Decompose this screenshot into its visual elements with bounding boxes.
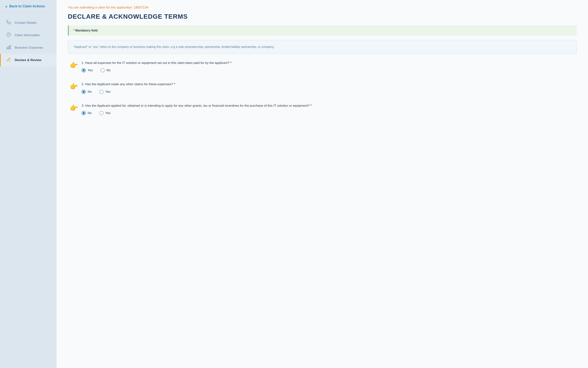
hand-pointer-icon-3: 👉 [70,104,78,112]
question-1-no-label: No [107,68,111,72]
question-2-no-label: No [88,90,92,94]
question-1-no-option[interactable]: No [100,68,111,72]
question-1-text: 1. Have all expenses for the IT solution… [81,61,577,65]
question-3-radio-group: No Yes [81,111,577,115]
chevron-left-icon: « [5,4,7,9]
question-2-no-option[interactable]: No [81,90,92,94]
page-title: DECLARE & ACKNOWLEDGE TERMS [68,13,577,20]
sidebar-item-declare-review[interactable]: Declare & Review [0,54,56,66]
question-3-yes-label: Yes [105,111,111,115]
question-1-no-radio[interactable] [100,68,105,72]
question-1-block: 👉 1. Have all expenses for the IT soluti… [70,61,577,73]
mandatory-field-box: * Mandatory field [68,26,577,36]
question-1-required: * [230,61,232,65]
info-box: “Applicant” or “you” refers to the compa… [68,40,577,54]
hand-pointer-icon-1: 👉 [70,61,78,69]
mandatory-label: Mandatory field [75,29,98,32]
svg-rect-2 [8,46,9,49]
application-notice: You are submitting a claim for this appl… [68,6,577,9]
main-content: You are submitting a claim for this appl… [56,0,588,368]
question-2-block: 👉 2. Has the Applicant made any other cl… [70,82,577,94]
sidebar-item-contact-details[interactable]: Contact Details [0,17,56,29]
question-3-block: 👉 3. Has the Applicant applied for, obta… [70,103,577,115]
question-3-yes-option[interactable]: Yes [99,111,111,115]
question-3-label: Has the Applicant applied for, obtained … [85,104,310,108]
sidebar-item-contact-details-label: Contact Details [15,21,36,25]
sidebar-item-claim-information-label: Claim Information [15,33,40,37]
question-1-label: Have all expenses for the IT solution or… [85,61,230,65]
question-1-yes-option[interactable]: Yes [81,68,93,72]
question-3-no-option[interactable]: No [81,111,92,115]
sidebar-item-claim-information[interactable]: Claim Information [0,29,56,41]
question-2-yes-option[interactable]: Yes [99,90,111,94]
mandatory-asterisk: * [73,29,75,32]
piggy-icon [6,32,11,38]
sidebar-item-business-outcomes[interactable]: Business Outcomes [0,41,56,54]
question-1-radio-group: Yes No [81,68,577,72]
question-2-yes-label: Yes [105,90,111,94]
hand-pointer-icon-2: 👉 [70,83,78,91]
question-2-content: 2. Has the Applicant made any other clai… [81,82,577,94]
back-label: Back to Claim Actions [9,4,45,8]
back-to-claim-actions-link[interactable]: « Back to Claim Actions [0,0,56,13]
question-1-content: 1. Have all expenses for the IT solution… [81,61,577,73]
sidebar-item-declare-review-label: Declare & Review [15,58,41,62]
question-3-no-radio[interactable] [81,111,86,115]
svg-rect-1 [7,47,8,49]
question-2-required: * [174,82,175,86]
question-1-yes-label: Yes [88,68,93,72]
question-2-radio-group: No Yes [81,90,577,94]
sidebar: « Back to Claim Actions Contact Details … [0,0,56,368]
question-3-required: * [310,104,312,108]
question-3-no-label: No [88,111,92,115]
question-3-yes-radio[interactable] [99,111,103,115]
sidebar-item-business-outcomes-label: Business Outcomes [15,46,43,50]
question-2-text: 2. Has the Applicant made any other clai… [81,82,577,87]
phone-icon [6,20,11,26]
question-3-content: 3. Has the Applicant applied for, obtain… [81,103,577,115]
question-2-yes-radio[interactable] [99,90,103,94]
question-2-no-radio[interactable] [81,90,86,94]
questions-section: 👉 1. Have all expenses for the IT soluti… [68,61,577,115]
question-3-text: 3. Has the Applicant applied for, obtain… [81,103,577,108]
question-1-yes-radio[interactable] [81,68,86,72]
sidebar-nav: Contact Details Claim Information Busine… [0,13,56,70]
chart-icon [6,45,11,51]
question-2-label: Has the Applicant made any other claims … [85,82,174,86]
svg-rect-3 [10,45,10,49]
pencil-icon [6,57,11,63]
